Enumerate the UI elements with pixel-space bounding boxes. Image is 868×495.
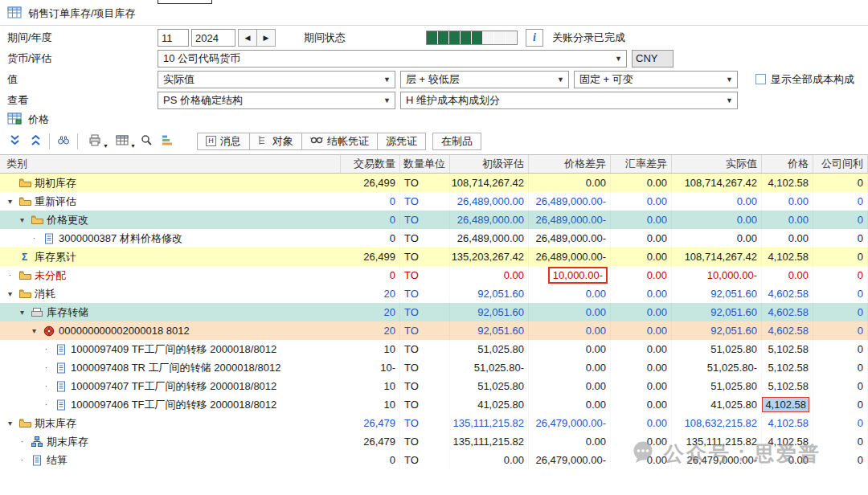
value-cell[interactable]: 92,051.60 (672, 321, 762, 340)
value-cell[interactable]: 0.00 (611, 340, 672, 358)
value-cell[interactable]: 0 (813, 395, 868, 414)
value-cell[interactable]: 108,714,267.42 (450, 174, 529, 192)
table-row[interactable]: ▾消耗20TO92,051.600.000.0092,051.604,602.5… (0, 284, 868, 303)
value-cell[interactable]: 10 (341, 395, 400, 414)
value-cell[interactable]: 4,602.58 (762, 321, 813, 340)
value-cell[interactable]: 0 (341, 451, 400, 469)
value-cell[interactable]: 26,479,000.00- (672, 451, 762, 469)
value-cell[interactable]: 0.00 (529, 395, 611, 414)
table-row[interactable]: ·1000097408 TR 工厂间的转储 2000018/801210-TO5… (0, 358, 868, 377)
value-cell[interactable]: 0 (813, 451, 868, 469)
value-cell[interactable]: 0.00 (611, 192, 672, 211)
value-cell[interactable]: 92,051.60 (450, 303, 529, 321)
value-cell[interactable]: 0.00 (611, 248, 672, 266)
value-cell[interactable]: 0 (813, 321, 868, 340)
table-row[interactable]: ▾期末库存26,479TO135,111,215.8226,479,000.00… (0, 414, 868, 432)
value-cell[interactable]: 26,489,000.00- (529, 192, 611, 211)
value-cell[interactable]: 0 (813, 303, 868, 321)
print-button[interactable]: ▼ (81, 133, 108, 150)
value-cell[interactable]: 0.00 (611, 358, 672, 377)
value-cell[interactable]: 51,025.80- (672, 358, 762, 377)
value-cell[interactable]: 0.00 (611, 303, 672, 321)
layer-select[interactable]: 层 + 较低层 ▼ (400, 71, 569, 88)
value-cell[interactable]: TO (400, 229, 450, 248)
value-cell[interactable]: 0.00 (611, 451, 672, 469)
value-cell[interactable]: 108,632,215.82 (672, 414, 762, 432)
value-cell[interactable]: TO (400, 192, 450, 211)
value-cell[interactable]: 92,051.60 (672, 303, 762, 321)
value-cell[interactable]: 26,489,000.00- (529, 211, 611, 229)
value-cell[interactable]: TO (400, 451, 450, 469)
value-cell[interactable]: TO (400, 432, 450, 451)
value-cell[interactable]: 0 (813, 414, 868, 432)
value-cell[interactable]: 0.00 (672, 229, 762, 248)
value-cell[interactable]: 0 (813, 248, 868, 266)
table-row[interactable]: ·1000097407 TF工厂间的转移 2000018/801210TO51,… (0, 377, 868, 395)
value-cell[interactable]: 51,025.80 (672, 377, 762, 395)
value-cell[interactable]: 0.00 (529, 358, 611, 377)
value-cell[interactable]: 0.00 (529, 321, 611, 340)
value-cell[interactable]: 20 (341, 321, 400, 340)
closing-document-button[interactable]: 结帐凭证 (301, 133, 378, 150)
layout-button[interactable]: ▼ (108, 133, 136, 150)
table-row[interactable]: ·3000000387 材料价格修改0TO26,489,000.0026,489… (0, 229, 868, 248)
value-cell[interactable]: 0 (813, 358, 868, 377)
period-month-input[interactable] (158, 29, 189, 47)
next-period-button[interactable]: ▶ (256, 29, 276, 47)
column-header[interactable]: 初级评估 (450, 155, 529, 173)
column-header[interactable]: 公司间利 (813, 155, 868, 173)
value-cell[interactable]: 26,479,000.00- (529, 451, 611, 469)
value-cell[interactable]: 20 (341, 284, 400, 303)
info-button[interactable]: i (526, 29, 543, 47)
value-cell[interactable]: 0.00 (672, 192, 762, 211)
fix-var-select[interactable]: 固定 + 可变 ▼ (574, 71, 738, 88)
table-row[interactable]: ·结算0TO0.0026,479,000.00-0.0026,479,000.0… (0, 451, 868, 469)
value-cell[interactable]: 0 (341, 266, 400, 284)
value-cell[interactable]: TO (400, 395, 450, 414)
value-cell[interactable]: 26,489,000.00 (450, 211, 529, 229)
value-cell[interactable]: 0.00 (611, 284, 672, 303)
expander-icon[interactable]: ▾ (5, 414, 15, 432)
value-cell[interactable]: 41,025.80 (672, 395, 762, 414)
value-cell[interactable]: 135,203,267.42 (450, 248, 529, 266)
cost-split-select[interactable]: H 维护成本构成划分 ▼ (400, 92, 738, 109)
value-cell[interactable]: 5,102.58 (762, 358, 813, 377)
value-cell[interactable]: 92,051.60 (672, 284, 762, 303)
expander-icon[interactable]: ▾ (17, 211, 27, 229)
value-cell[interactable]: 135,111,215.82 (450, 432, 529, 451)
value-cell[interactable]: 0.00 (762, 266, 813, 284)
value-cell[interactable]: 0.00 (611, 395, 672, 414)
value-cell[interactable]: 108,714,267.42 (672, 174, 762, 192)
column-header[interactable]: 数量单位 (400, 155, 450, 173)
objects-button[interactable]: 对象 (249, 133, 302, 150)
value-cell[interactable]: 4,602.58 (762, 303, 813, 321)
source-document-button[interactable]: 源凭证 (377, 133, 426, 150)
value-cell[interactable]: TO (400, 211, 450, 229)
value-cell[interactable]: 4,102.58 (762, 174, 813, 192)
value-cell[interactable]: 0.00 (529, 303, 611, 321)
value-cell[interactable]: 51,025.80 (672, 340, 762, 358)
table-row[interactable]: ▾000000000002000018 801220TO92,051.600.0… (0, 321, 868, 340)
value-cell[interactable]: 10- (341, 358, 400, 377)
value-cell[interactable]: TO (400, 358, 450, 377)
value-cell[interactable]: 135,111,215.82 (672, 432, 762, 451)
value-cell[interactable]: 26,499 (341, 248, 400, 266)
value-cell[interactable]: 92,051.60 (450, 321, 529, 340)
value-cell[interactable]: 4,102.58 (762, 414, 813, 432)
table-row[interactable]: ▾重新评估0TO26,489,000.0026,489,000.00-0.000… (0, 192, 868, 211)
value-cell[interactable]: 0.00 (611, 432, 672, 451)
collapse-all-button[interactable] (25, 133, 46, 150)
value-cell[interactable]: 26,479 (341, 432, 400, 451)
previous-period-button[interactable]: ◀ (238, 29, 257, 47)
column-header[interactable]: 实际值 (672, 155, 762, 173)
messages-button[interactable]: H 消息 (197, 133, 250, 150)
value-cell[interactable]: 26,499 (341, 174, 400, 192)
column-header[interactable]: 汇率差异 (611, 155, 672, 173)
expander-icon[interactable]: ▾ (5, 192, 15, 211)
value-cell[interactable]: 26,489,000.00- (529, 248, 611, 266)
value-cell[interactable]: TO (400, 321, 450, 340)
expander-icon[interactable]: ▾ (29, 321, 39, 340)
value-cell[interactable]: 0.00 (611, 266, 672, 284)
table-row[interactable]: ·未分配0TO0.0010,000.00-0.0010,000.00-0.000 (0, 266, 868, 284)
value-cell[interactable]: 0.00 (762, 192, 813, 211)
